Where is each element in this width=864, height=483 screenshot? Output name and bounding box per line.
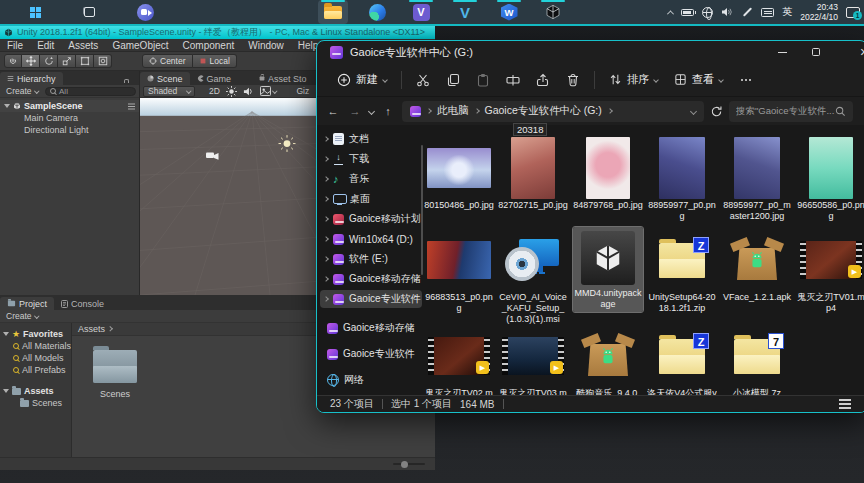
- task-view-button[interactable]: [83, 7, 95, 17]
- nav-item-music[interactable]: ♪音乐: [317, 169, 425, 189]
- file-item[interactable]: 88959977_p0.png: [647, 137, 717, 222]
- hierarchy-item-directional-light[interactable]: Directional Light: [0, 124, 139, 136]
- breadcrumb-bar[interactable]: 此电脑 Gaoice专业软件中心 (G:): [402, 101, 704, 122]
- assets-scenes-node[interactable]: Scenes: [0, 397, 71, 409]
- expand-chevron-icon[interactable]: [323, 216, 329, 222]
- file-item[interactable]: VFace_1.2.1.apk: [722, 229, 792, 303]
- move-tool-button[interactable]: [22, 54, 40, 68]
- taskbar-v-blue-app[interactable]: V: [450, 0, 480, 24]
- paste-button[interactable]: [468, 67, 498, 93]
- file-item-selected[interactable]: MMD4.unitypackage: [573, 227, 643, 312]
- file-item[interactable]: 82702715_p0.jpg: [498, 137, 568, 211]
- touch-keyboard-icon[interactable]: [761, 8, 774, 17]
- nav-item-software-e[interactable]: 软件 (E:): [317, 249, 425, 269]
- pivot-local-button[interactable]: Local: [193, 54, 237, 68]
- file-item[interactable]: Z UnitySetup64-2018.1.2f1.zip: [647, 229, 717, 314]
- view-button[interactable]: 查看: [666, 67, 731, 93]
- menu-component[interactable]: Component: [183, 40, 235, 51]
- taskbar-unity[interactable]: [538, 0, 568, 24]
- start-button[interactable]: [30, 7, 41, 18]
- hierarchy-item-main-camera[interactable]: Main Camera: [0, 112, 139, 124]
- menu-file[interactable]: File: [7, 40, 23, 51]
- new-button[interactable]: 新建: [329, 67, 395, 93]
- scale-tool-button[interactable]: [58, 54, 76, 68]
- back-button[interactable]: ←: [325, 105, 341, 117]
- tray-overflow-chevron-icon[interactable]: [667, 10, 674, 17]
- file-item[interactable]: 96883513_p0.png: [424, 229, 494, 314]
- search-input[interactable]: 搜索"Gaoice专业软件...: [729, 101, 853, 122]
- expand-chevron-icon[interactable]: [323, 276, 329, 282]
- unity-titlebar[interactable]: Unity 2018.1.2f1 (64bit) - SampleScene.u…: [0, 26, 435, 39]
- file-item[interactable]: 7 小冰模型.7z: [722, 325, 792, 399]
- nav-item-documents[interactable]: 文档: [317, 129, 425, 149]
- tab-asset-store[interactable]: Asset Sto: [252, 72, 314, 85]
- favorites-group[interactable]: ★ Favorites: [0, 328, 71, 340]
- favorite-all-prefabs[interactable]: All Prefabs: [0, 364, 71, 376]
- nav-item-gaoice-plan[interactable]: Gaoice移动计划: [317, 209, 425, 229]
- asset-item-scenes[interactable]: Scenes: [72, 336, 144, 399]
- copy-button[interactable]: [438, 67, 468, 93]
- file-item[interactable]: CeVIO_AI_Voice_KAFU_Setup_(1.0.3)(1).msi: [498, 229, 568, 325]
- nav-item-gaoice-software-g[interactable]: Gaoice专业软件: [317, 289, 425, 309]
- share-button[interactable]: [528, 67, 558, 93]
- expand-chevron-icon[interactable]: [323, 196, 329, 202]
- nav-item-gaoice-software-root[interactable]: Gaoice专业软件: [317, 341, 425, 367]
- address-dropdown-icon[interactable]: [690, 107, 697, 114]
- minimize-button[interactable]: [765, 41, 799, 63]
- speaker-icon[interactable]: [721, 6, 733, 18]
- file-item[interactable]: 96650586_p0.png: [796, 137, 864, 222]
- battery-icon[interactable]: [681, 9, 694, 16]
- menu-window[interactable]: Window: [248, 40, 284, 51]
- forward-button[interactable]: →: [347, 105, 363, 117]
- rect-tool-button[interactable]: [76, 54, 94, 68]
- cut-button[interactable]: [408, 67, 438, 93]
- expand-chevron-icon[interactable]: [323, 156, 329, 162]
- tab-project[interactable]: Project: [0, 297, 54, 310]
- taskbar-file-explorer[interactable]: [318, 0, 348, 24]
- caret-down-icon[interactable]: [3, 332, 9, 336]
- rotate-tool-button[interactable]: [40, 54, 58, 68]
- file-item[interactable]: 88959977_p0_master1200.jpg: [722, 137, 792, 222]
- breadcrumb-this-pc[interactable]: 此电脑: [437, 104, 469, 118]
- scene-menu-icon[interactable]: [128, 106, 135, 107]
- hierarchy-item-scene[interactable]: SampleScene: [0, 100, 139, 112]
- nav-scrollbar[interactable]: [421, 145, 423, 275]
- nav-item-gaoice-storage-root[interactable]: Gaoice移动存储: [317, 315, 425, 341]
- refresh-button[interactable]: [710, 105, 723, 118]
- caret-down-icon[interactable]: [4, 104, 10, 108]
- favorite-all-materials[interactable]: All Materials: [0, 340, 71, 352]
- menu-gameobject[interactable]: GameObject: [112, 40, 168, 51]
- pivot-center-button[interactable]: Center: [142, 54, 193, 68]
- network-icon[interactable]: [702, 7, 713, 18]
- scene-lighting-icon[interactable]: [226, 86, 237, 97]
- nav-item-gaoice-storage[interactable]: Gaoice移动存储: [317, 269, 425, 289]
- shading-mode-dropdown[interactable]: Shaded: [143, 86, 195, 97]
- taskbar-v-purple-app[interactable]: V: [406, 0, 436, 24]
- explorer-titlebar[interactable]: Gaoice专业软件中心 (G:) ✕: [317, 41, 864, 63]
- details-view-toggle[interactable]: [839, 399, 851, 409]
- taskbar-clock[interactable]: 20:43 2022/4/10: [800, 2, 838, 22]
- caret-down-icon[interactable]: [3, 389, 9, 393]
- tab-console[interactable]: Console: [54, 297, 111, 310]
- sort-button[interactable]: 排序: [601, 67, 666, 93]
- menu-edit[interactable]: Edit: [37, 40, 54, 51]
- pan-tool-button[interactable]: [4, 54, 22, 68]
- 2d-toggle[interactable]: 2D: [209, 86, 220, 96]
- pen-icon[interactable]: [741, 6, 753, 18]
- expand-chevron-icon[interactable]: [323, 256, 329, 262]
- assets-root[interactable]: Assets: [0, 385, 71, 397]
- delete-button[interactable]: [558, 67, 588, 93]
- tab-game[interactable]: Game: [190, 72, 239, 85]
- nav-item-desktop[interactable]: 桌面: [317, 189, 425, 209]
- scene-effects-dropdown[interactable]: [260, 86, 277, 96]
- ime-indicator[interactable]: 英: [782, 5, 792, 19]
- taskbar-edge[interactable]: [362, 0, 392, 24]
- more-options-button[interactable]: [731, 67, 761, 93]
- expand-chevron-icon[interactable]: [323, 296, 329, 302]
- menu-assets[interactable]: Assets: [68, 40, 98, 51]
- nav-item-network[interactable]: 网络: [317, 367, 425, 393]
- up-button[interactable]: ↑: [380, 105, 396, 117]
- file-item[interactable]: 80150486_p0.jpg: [424, 137, 494, 211]
- expand-chevron-icon[interactable]: [323, 136, 329, 142]
- file-item[interactable]: ▶ 鬼灭之刃TV01.mp4: [796, 229, 864, 314]
